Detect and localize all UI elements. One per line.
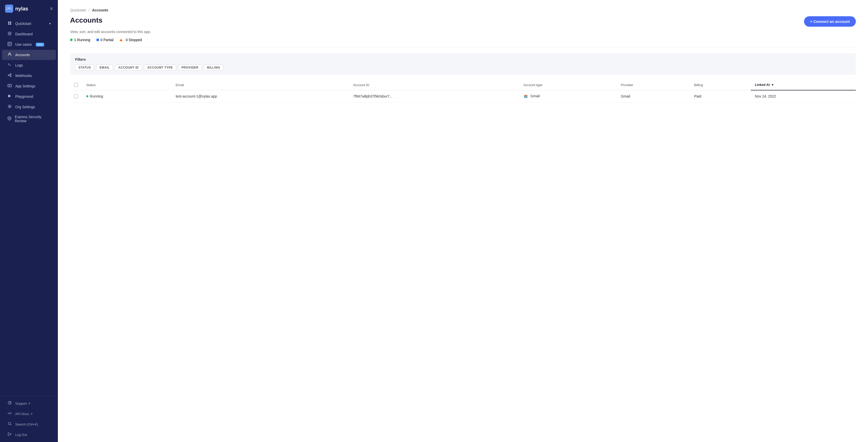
breadcrumb: Quickstart / Accounts [70, 8, 856, 12]
sidebar-item-use-cases[interactable]: Use cases Beta [2, 39, 56, 50]
col-email[interactable]: Email [172, 80, 349, 90]
row-email: test-account-1@nylas.app [176, 94, 217, 98]
filter-email[interactable]: EMAIL [96, 64, 113, 70]
sidebar-item-search[interactable]: Search (Ctrl+K) [2, 419, 56, 429]
sidebar-item-label: Logs [15, 63, 23, 67]
row-provider-cell: Gmail [617, 90, 690, 102]
col-account-id[interactable]: Account ID [349, 80, 519, 90]
row-linked-at-cell: Nov 24, 2022 [751, 90, 856, 102]
page-description: View, sort, and edit accounts connected … [70, 30, 856, 34]
sidebar-bottom: Support ↗ API Docs ↗ Search (Ctrl+K) Log… [0, 396, 58, 442]
running-status: 1 Running [70, 38, 90, 42]
row-account-type-cell: Gmail [519, 90, 617, 102]
filter-provider[interactable]: PROVIDER [178, 64, 202, 70]
svg-point-0 [7, 8, 9, 10]
partial-label: 0 Partial [100, 38, 114, 42]
svg-point-10 [9, 53, 10, 54]
sidebar-item-label: Use cases [15, 42, 32, 47]
hamburger-icon[interactable]: ≡ [50, 6, 53, 11]
filter-account-type[interactable]: ACCOUNT TYPE [144, 64, 176, 70]
col-linked-at[interactable]: Linked At ▾ [751, 80, 856, 90]
divider [70, 47, 856, 47]
row-status-cell: Running [82, 90, 172, 102]
filter-billing[interactable]: BILLING [204, 64, 224, 70]
filter-status[interactable]: STATUS [75, 64, 94, 70]
table-header: Status Email Account ID Account type Pro [70, 80, 856, 90]
sidebar-item-webhooks[interactable]: Webhooks [2, 70, 56, 81]
row-billing: Paid [694, 94, 701, 98]
logo-icon [5, 5, 13, 13]
col-email-label: Email [176, 83, 184, 87]
col-billing-label: Billing [694, 83, 703, 87]
quickstart-icon [7, 21, 12, 26]
sidebar-item-quickstart[interactable]: Quickstart ▾ [2, 19, 56, 29]
breadcrumb-current: Accounts [92, 8, 108, 12]
org-settings-icon [7, 105, 12, 110]
sidebar-item-label: Support ↗ [15, 402, 30, 406]
connect-account-button[interactable]: + Connect an account [804, 16, 856, 27]
col-account-type[interactable]: Account type [519, 80, 617, 90]
col-provider[interactable]: Provider [617, 80, 690, 90]
sidebar-item-label: Webhooks [15, 73, 32, 78]
row-provider: Gmail [621, 94, 630, 98]
row-account-type: Gmail [530, 94, 540, 98]
select-all-checkbox[interactable] [74, 83, 78, 87]
stopped-dot [120, 39, 123, 41]
svg-point-18 [9, 403, 10, 404]
running-dot [70, 39, 72, 41]
logout-icon [7, 432, 12, 437]
api-docs-icon [7, 411, 12, 416]
sidebar-item-logs[interactable]: Logs [2, 60, 56, 70]
table: Status Email Account ID Account type Pro [70, 80, 856, 102]
search-icon [7, 422, 12, 427]
support-icon [7, 401, 12, 406]
table-row: Running test-account-1@nylas.app 7f847wl… [70, 90, 856, 102]
sidebar-item-express-security[interactable]: Express Security Review [2, 112, 56, 125]
col-billing[interactable]: Billing [690, 80, 751, 90]
use-cases-icon [7, 42, 12, 47]
stopped-status: 0 Stopped [120, 38, 142, 42]
accounts-icon [7, 52, 12, 57]
table-body: Running test-account-1@nylas.app 7f847wl… [70, 90, 856, 102]
logo-label: nylas [15, 6, 28, 12]
filters-container: Filters STATUS EMAIL ACCOUNT ID ACCOUNT … [70, 53, 856, 75]
col-status[interactable]: Status [82, 80, 172, 90]
sidebar-item-dashboard[interactable]: Dashboard [2, 29, 56, 39]
filters-title: Filters [75, 57, 851, 61]
chevron-down-icon: ▾ [49, 22, 51, 25]
row-checkbox[interactable] [74, 94, 78, 98]
sidebar-item-playground[interactable]: Playground [2, 91, 56, 101]
content-area: Quickstart / Accounts Accounts + Connect… [58, 0, 868, 442]
sidebar-item-label: Org Settings [15, 105, 35, 109]
svg-point-11 [8, 75, 9, 76]
breadcrumb-parent[interactable]: Quickstart [70, 8, 86, 12]
table-header-row: Status Email Account ID Account type Pro [70, 80, 856, 90]
status-bar: 1 Running 0 Partial 0 Stopped [70, 38, 856, 42]
express-security-icon [7, 116, 12, 121]
filter-account-id[interactable]: ACCOUNT ID [115, 64, 142, 70]
sidebar: nylas ≡ Quickstart ▾ Dashboard Use cases… [0, 0, 58, 442]
playground-icon [7, 94, 12, 99]
sidebar-item-org-settings[interactable]: Org Settings [2, 102, 56, 112]
row-checkbox-cell [70, 90, 82, 102]
sidebar-item-support[interactable]: Support ↗ [2, 398, 56, 409]
dashboard-icon [7, 31, 12, 36]
sidebar-item-api-docs[interactable]: API Docs ↗ [2, 409, 56, 419]
svg-point-8 [9, 33, 10, 34]
filter-tags: STATUS EMAIL ACCOUNT ID ACCOUNT TYPE PRO… [75, 64, 851, 70]
col-checkbox [70, 80, 82, 90]
sidebar-item-app-settings[interactable]: App Settings [2, 81, 56, 91]
row-account-id-cell[interactable]: 7f847wllpb37l5k0sbur7... [349, 90, 519, 102]
sort-arrow-icon: ▾ [772, 83, 773, 87]
row-linked-at: Nov 24, 2022 [755, 94, 776, 98]
sidebar-item-accounts[interactable]: Accounts [2, 50, 56, 60]
running-status-indicator: Running [86, 94, 167, 98]
sidebar-item-logout[interactable]: Log Out [2, 430, 56, 440]
svg-point-13 [10, 76, 11, 77]
gmail-icon [523, 94, 528, 99]
sidebar-item-label: Log Out [15, 433, 27, 437]
sidebar-logo-area: nylas ≡ [0, 0, 58, 17]
row-email-cell[interactable]: test-account-1@nylas.app [172, 90, 349, 102]
running-label: 1 Running [74, 38, 90, 42]
col-account-type-label: Account type [523, 83, 542, 87]
